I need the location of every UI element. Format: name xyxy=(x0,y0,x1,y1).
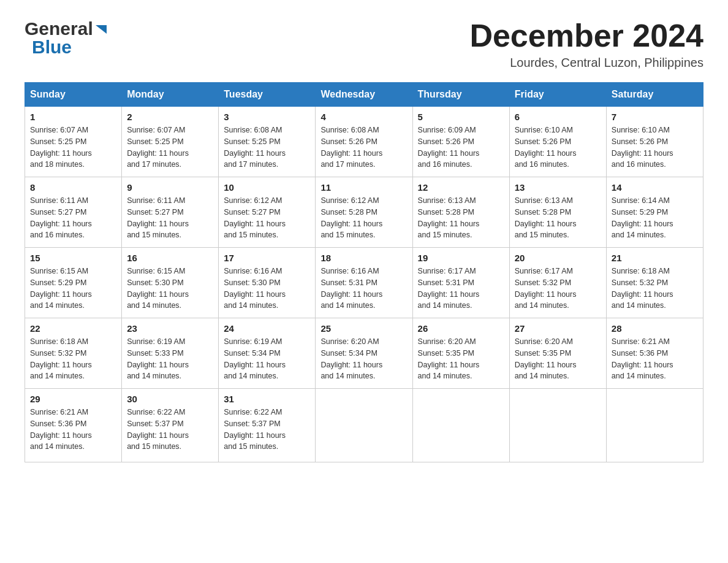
table-row: 29 Sunrise: 6:21 AM Sunset: 5:36 PM Dayl… xyxy=(25,389,122,462)
day-info: Sunrise: 6:08 AM Sunset: 5:25 PM Dayligh… xyxy=(224,124,310,170)
day-number: 10 xyxy=(224,182,310,193)
day-info: Sunrise: 6:22 AM Sunset: 5:37 PM Dayligh… xyxy=(127,407,213,453)
day-info: Sunrise: 6:08 AM Sunset: 5:26 PM Dayligh… xyxy=(320,124,407,170)
table-row: 28 Sunrise: 6:21 AM Sunset: 5:36 PM Dayl… xyxy=(606,318,703,389)
day-number: 17 xyxy=(224,253,310,263)
day-number: 5 xyxy=(418,112,504,122)
day-number: 6 xyxy=(515,112,601,122)
svg-marker-0 xyxy=(96,25,107,34)
day-number: 24 xyxy=(224,323,310,334)
day-number: 18 xyxy=(320,253,407,263)
day-info: Sunrise: 6:17 AM Sunset: 5:32 PM Dayligh… xyxy=(515,266,601,312)
day-info: Sunrise: 6:15 AM Sunset: 5:30 PM Dayligh… xyxy=(127,266,213,312)
day-info: Sunrise: 6:11 AM Sunset: 5:27 PM Dayligh… xyxy=(30,195,116,241)
day-number: 4 xyxy=(320,112,407,122)
calendar-week-row: 22 Sunrise: 6:18 AM Sunset: 5:32 PM Dayl… xyxy=(25,318,703,389)
col-thursday: Thursday xyxy=(412,83,509,107)
day-info: Sunrise: 6:11 AM Sunset: 5:27 PM Dayligh… xyxy=(127,195,213,241)
table-row: 26 Sunrise: 6:20 AM Sunset: 5:35 PM Dayl… xyxy=(412,318,509,389)
table-row: 4 Sunrise: 6:08 AM Sunset: 5:26 PM Dayli… xyxy=(316,107,412,177)
day-number: 27 xyxy=(515,323,601,334)
col-wednesday: Wednesday xyxy=(316,83,412,107)
month-title: December 2024 xyxy=(469,18,703,53)
col-sunday: Sunday xyxy=(25,83,122,107)
day-info: Sunrise: 6:22 AM Sunset: 5:37 PM Dayligh… xyxy=(224,407,310,453)
table-row: 17 Sunrise: 6:16 AM Sunset: 5:30 PM Dayl… xyxy=(219,248,316,318)
day-number: 7 xyxy=(612,112,698,122)
calendar-table: Sunday Monday Tuesday Wednesday Thursday… xyxy=(25,82,703,462)
table-row: 12 Sunrise: 6:13 AM Sunset: 5:28 PM Dayl… xyxy=(412,177,509,248)
table-row: 5 Sunrise: 6:09 AM Sunset: 5:26 PM Dayli… xyxy=(412,107,509,177)
day-number: 11 xyxy=(320,182,407,193)
day-number: 22 xyxy=(30,323,116,334)
table-row: 22 Sunrise: 6:18 AM Sunset: 5:32 PM Dayl… xyxy=(25,318,122,389)
table-row: 21 Sunrise: 6:18 AM Sunset: 5:32 PM Dayl… xyxy=(606,248,703,318)
calendar-week-row: 29 Sunrise: 6:21 AM Sunset: 5:36 PM Dayl… xyxy=(25,389,703,462)
day-info: Sunrise: 6:12 AM Sunset: 5:27 PM Dayligh… xyxy=(224,195,310,241)
table-row xyxy=(412,389,509,462)
table-row: 16 Sunrise: 6:15 AM Sunset: 5:30 PM Dayl… xyxy=(122,248,219,318)
title-block: December 2024 Lourdes, Central Luzon, Ph… xyxy=(469,18,703,70)
day-number: 13 xyxy=(515,182,601,193)
day-number: 31 xyxy=(224,394,310,404)
logo-triangle-icon xyxy=(96,23,109,36)
col-saturday: Saturday xyxy=(606,83,703,107)
table-row: 18 Sunrise: 6:16 AM Sunset: 5:31 PM Dayl… xyxy=(316,248,412,318)
day-info: Sunrise: 6:10 AM Sunset: 5:26 PM Dayligh… xyxy=(612,124,698,170)
table-row xyxy=(316,389,412,462)
table-row: 25 Sunrise: 6:20 AM Sunset: 5:34 PM Dayl… xyxy=(316,318,412,389)
col-monday: Monday xyxy=(122,83,219,107)
table-row: 1 Sunrise: 6:07 AM Sunset: 5:25 PM Dayli… xyxy=(25,107,122,177)
day-number: 26 xyxy=(418,323,504,334)
col-tuesday: Tuesday xyxy=(219,83,316,107)
day-number: 14 xyxy=(612,182,698,193)
table-row: 9 Sunrise: 6:11 AM Sunset: 5:27 PM Dayli… xyxy=(122,177,219,248)
table-row: 15 Sunrise: 6:15 AM Sunset: 5:29 PM Dayl… xyxy=(25,248,122,318)
day-info: Sunrise: 6:18 AM Sunset: 5:32 PM Dayligh… xyxy=(612,266,698,312)
day-info: Sunrise: 6:21 AM Sunset: 5:36 PM Dayligh… xyxy=(30,407,116,453)
table-row: 31 Sunrise: 6:22 AM Sunset: 5:37 PM Dayl… xyxy=(219,389,316,462)
day-info: Sunrise: 6:13 AM Sunset: 5:28 PM Dayligh… xyxy=(515,195,601,241)
day-number: 15 xyxy=(30,253,116,263)
day-info: Sunrise: 6:20 AM Sunset: 5:34 PM Dayligh… xyxy=(320,336,407,382)
table-row: 13 Sunrise: 6:13 AM Sunset: 5:28 PM Dayl… xyxy=(509,177,606,248)
calendar-header-row: Sunday Monday Tuesday Wednesday Thursday… xyxy=(25,83,703,107)
page-header: General Blue December 2024 Lourdes, Cent… xyxy=(25,18,703,70)
table-row: 30 Sunrise: 6:22 AM Sunset: 5:37 PM Dayl… xyxy=(122,389,219,462)
day-info: Sunrise: 6:07 AM Sunset: 5:25 PM Dayligh… xyxy=(30,124,116,170)
day-info: Sunrise: 6:17 AM Sunset: 5:31 PM Dayligh… xyxy=(418,266,504,312)
col-friday: Friday xyxy=(509,83,606,107)
day-info: Sunrise: 6:14 AM Sunset: 5:29 PM Dayligh… xyxy=(612,195,698,241)
day-info: Sunrise: 6:21 AM Sunset: 5:36 PM Dayligh… xyxy=(612,336,698,382)
day-number: 1 xyxy=(30,112,116,122)
logo: General Blue xyxy=(25,18,109,58)
table-row: 20 Sunrise: 6:17 AM Sunset: 5:32 PM Dayl… xyxy=(509,248,606,318)
table-row: 6 Sunrise: 6:10 AM Sunset: 5:26 PM Dayli… xyxy=(509,107,606,177)
table-row: 23 Sunrise: 6:19 AM Sunset: 5:33 PM Dayl… xyxy=(122,318,219,389)
day-info: Sunrise: 6:19 AM Sunset: 5:33 PM Dayligh… xyxy=(127,336,213,382)
calendar-week-row: 1 Sunrise: 6:07 AM Sunset: 5:25 PM Dayli… xyxy=(25,107,703,177)
day-info: Sunrise: 6:19 AM Sunset: 5:34 PM Dayligh… xyxy=(224,336,310,382)
table-row: 27 Sunrise: 6:20 AM Sunset: 5:35 PM Dayl… xyxy=(509,318,606,389)
table-row xyxy=(509,389,606,462)
logo-general-text: General xyxy=(25,18,93,39)
day-info: Sunrise: 6:10 AM Sunset: 5:26 PM Dayligh… xyxy=(515,124,601,170)
logo-blue-text: Blue xyxy=(32,37,72,57)
day-info: Sunrise: 6:16 AM Sunset: 5:31 PM Dayligh… xyxy=(320,266,407,312)
day-number: 16 xyxy=(127,253,213,263)
table-row: 8 Sunrise: 6:11 AM Sunset: 5:27 PM Dayli… xyxy=(25,177,122,248)
day-number: 28 xyxy=(612,323,698,334)
day-info: Sunrise: 6:20 AM Sunset: 5:35 PM Dayligh… xyxy=(515,336,601,382)
day-info: Sunrise: 6:13 AM Sunset: 5:28 PM Dayligh… xyxy=(418,195,504,241)
table-row: 11 Sunrise: 6:12 AM Sunset: 5:28 PM Dayl… xyxy=(316,177,412,248)
calendar-week-row: 8 Sunrise: 6:11 AM Sunset: 5:27 PM Dayli… xyxy=(25,177,703,248)
table-row: 2 Sunrise: 6:07 AM Sunset: 5:25 PM Dayli… xyxy=(122,107,219,177)
table-row: 24 Sunrise: 6:19 AM Sunset: 5:34 PM Dayl… xyxy=(219,318,316,389)
table-row: 3 Sunrise: 6:08 AM Sunset: 5:25 PM Dayli… xyxy=(219,107,316,177)
day-info: Sunrise: 6:12 AM Sunset: 5:28 PM Dayligh… xyxy=(320,195,407,241)
calendar-body: 1 Sunrise: 6:07 AM Sunset: 5:25 PM Dayli… xyxy=(25,107,703,462)
calendar-week-row: 15 Sunrise: 6:15 AM Sunset: 5:29 PM Dayl… xyxy=(25,248,703,318)
day-number: 25 xyxy=(320,323,407,334)
table-row: 14 Sunrise: 6:14 AM Sunset: 5:29 PM Dayl… xyxy=(606,177,703,248)
day-info: Sunrise: 6:07 AM Sunset: 5:25 PM Dayligh… xyxy=(127,124,213,170)
